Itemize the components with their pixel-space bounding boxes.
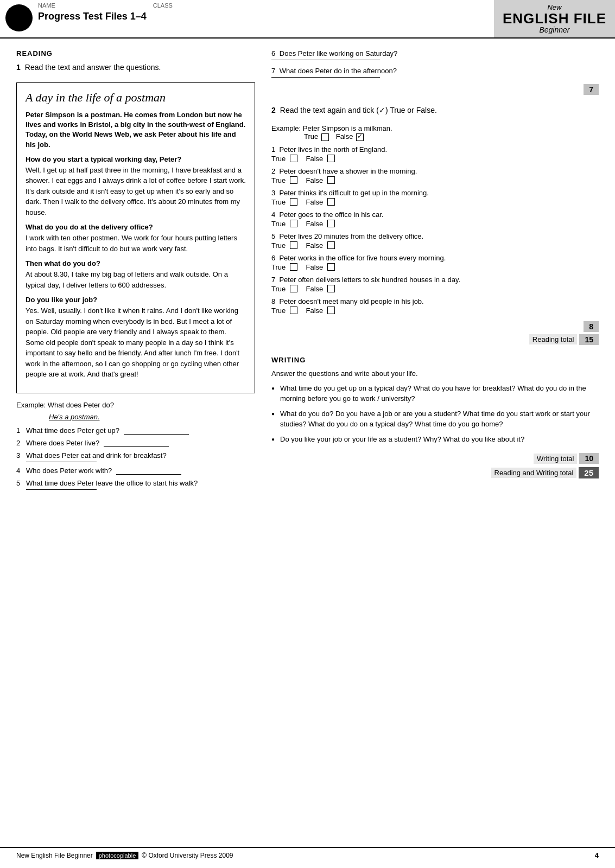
footer-left: New English File Beginner photocopiable … — [16, 852, 233, 859]
example-line: Example: What does Peter do? — [16, 401, 255, 409]
example-answer-row: He's a postman. — [49, 412, 255, 421]
main-content: READING 1 Read the text and answer the q… — [0, 39, 615, 509]
score-8-value: 8 — [584, 321, 599, 332]
header-left: NAME CLASS Progress Test Files 1–4 — [0, 0, 494, 37]
list-item: 3 Peter thinks it's difficult to get up … — [271, 189, 599, 206]
tf-section: 2 Read the text again and tick (✓) True … — [271, 106, 599, 315]
list-item: What time do you get up on a typical day… — [271, 383, 599, 404]
example-answer: He's a postman. — [49, 413, 100, 421]
list-item: 4 Peter goes to the office in his car. T… — [271, 210, 599, 228]
writing-total-label: Writing total — [534, 454, 577, 464]
tf-checkbox-example-false[interactable] — [356, 133, 364, 141]
reading-section: READING 1 Read the text and answer the q… — [16, 49, 255, 490]
list-item: 5 Peter lives 20 minutes from the delive… — [271, 232, 599, 250]
q2-header: 2 Read the text again and tick (✓) True … — [271, 106, 599, 120]
tf-true-2[interactable] — [290, 176, 297, 184]
right-questions-list: 6 Does Peter like working on Saturday? 7… — [271, 49, 599, 78]
list-item: 1 Peter lives in the north of England. T… — [271, 145, 599, 163]
score-row-8: 8 — [271, 321, 599, 332]
article-title: A day in the life of a postman — [26, 91, 246, 105]
footer-photocopiable: photocopiable — [96, 852, 139, 859]
tf-true-8[interactable] — [290, 307, 297, 314]
right-column: 6 Does Peter like working on Saturday? 7… — [271, 49, 599, 499]
list-item: 4 Who does Peter work with? — [16, 467, 255, 475]
footer-brand: New English File Beginner — [16, 852, 93, 859]
writing-bullets: What time do you get up on a typical day… — [271, 383, 599, 445]
tf-true-3[interactable] — [290, 198, 297, 206]
tf-false-7[interactable] — [327, 285, 335, 292]
qa-q3: Then what do you do? — [26, 259, 246, 267]
name-class-row: NAME CLASS — [38, 2, 494, 9]
writing-intro: Answer the questions and write about you… — [271, 369, 599, 378]
writing-heading: WRITING — [271, 356, 599, 364]
tf-false-2[interactable] — [327, 176, 335, 184]
tf-false-4[interactable] — [327, 220, 335, 227]
list-item: 1 What time does Peter get up? — [16, 426, 255, 435]
list-item: 7 What does Peter do in the afternoon? — [271, 67, 599, 78]
tf-true-5[interactable] — [290, 241, 297, 249]
tf-false-1[interactable] — [327, 155, 335, 162]
qa-a4: Yes. Well, usually. I don't like it when… — [26, 305, 246, 380]
brand-sub: Beginner — [539, 25, 569, 34]
header-right: New ENGLISH FILE Beginner — [494, 0, 615, 37]
header-circle — [5, 4, 33, 31]
list-item: What do you do? Do you have a job or are… — [271, 409, 599, 430]
qa-q2: What do you do at the delivery office? — [26, 223, 246, 231]
qa-section: How do you start a typical working day, … — [26, 155, 246, 380]
tf-example-label: Example: — [271, 124, 303, 132]
qa-q4: Do you like your job? — [26, 296, 246, 304]
q1-text: Read the text and answer the questions. — [25, 63, 161, 72]
tf-false-8[interactable] — [327, 307, 335, 314]
qa-a1: Well, I get up at half past three in the… — [26, 165, 246, 218]
reading-questions-list: 1 What time does Peter get up? 2 Where d… — [16, 426, 255, 490]
list-item: 7 Peter often delivers letters to six hu… — [271, 276, 599, 293]
list-item: 6 Peter works in the office for five hou… — [271, 254, 599, 271]
qa-a2: I work with ten other postmen. We work f… — [26, 233, 246, 254]
rw-total-label: Reading and Writing total — [491, 468, 577, 478]
score-7-value: 7 — [584, 84, 599, 95]
list-item: 8 Peter doesn't meet many old people in … — [271, 297, 599, 315]
example-label: Example: — [16, 401, 46, 409]
tf-example-text: Peter Simpson is a milkman. — [303, 124, 392, 132]
article-intro: Peter Simpson is a postman. He comes fro… — [26, 110, 246, 150]
writing-section: WRITING Answer the questions and write a… — [271, 356, 599, 479]
q2-number: 2 — [271, 106, 276, 120]
list-item: Do you like your job or your life as a s… — [271, 434, 599, 445]
tf-checkbox-example-true[interactable] — [321, 133, 329, 141]
reading-total-row: Reading total 15 — [271, 334, 599, 345]
article-box: A day in the life of a postman Peter Sim… — [16, 82, 255, 393]
page-header: NAME CLASS Progress Test Files 1–4 New E… — [0, 0, 615, 39]
progress-title: Progress Test Files 1–4 — [38, 11, 494, 22]
tf-false-3[interactable] — [327, 198, 335, 206]
tf-true-6[interactable] — [290, 263, 297, 271]
tf-false-5[interactable] — [327, 241, 335, 249]
list-item: 6 Does Peter like working on Saturday? — [271, 49, 599, 60]
rw-total-row: Reading and Writing total 25 — [271, 467, 599, 478]
list-item: 5 What time does Peter leave the office … — [16, 479, 255, 490]
tf-true-4[interactable] — [290, 220, 297, 227]
q1-header: 1 Read the text and answer the questions… — [16, 63, 255, 77]
reading-heading: READING — [16, 49, 255, 58]
tf-true-7[interactable] — [290, 285, 297, 292]
example-question: What does Peter do? — [48, 401, 114, 409]
footer-copyright: © Oxford University Press 2009 — [142, 852, 233, 859]
tf-false-6[interactable] — [327, 263, 335, 271]
tf-true-1[interactable] — [290, 155, 297, 162]
writing-total-row: Writing total 10 — [271, 453, 599, 464]
tf-items-list: 1 Peter lives in the north of England. T… — [271, 145, 599, 315]
list-item: 2 Peter doesn't have a shower in the mor… — [271, 167, 599, 184]
class-label: CLASS — [153, 2, 173, 9]
list-item: 2 Where does Peter live? — [16, 439, 255, 447]
tf-example: Example: Peter Simpson is a milkman. Tru… — [271, 124, 599, 141]
rw-total-value: 25 — [579, 467, 599, 478]
page-footer: New English File Beginner photocopiable … — [0, 847, 615, 863]
left-column: READING 1 Read the text and answer the q… — [16, 49, 255, 499]
list-item: 3 What does Peter eat and drink for brea… — [16, 451, 255, 462]
q1-number: 1 — [16, 63, 21, 77]
name-label: NAME — [38, 2, 55, 9]
reading-total-value: 15 — [579, 334, 599, 345]
qa-a3: At about 8.30, I take my big bag of lett… — [26, 269, 246, 290]
qa-q1: How do you start a typical working day, … — [26, 155, 246, 163]
q2-text: Read the text again and tick (✓) True or… — [280, 106, 437, 114]
writing-total-value: 10 — [579, 453, 599, 464]
